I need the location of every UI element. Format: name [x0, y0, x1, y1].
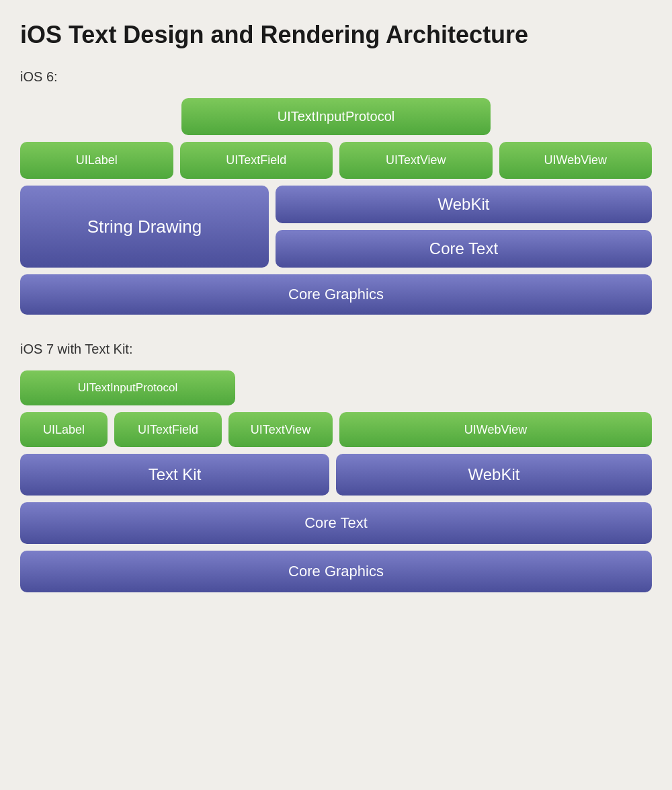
ios7-core-graphics-box: Core Graphics [20, 551, 652, 592]
ios7-label: iOS 7 with Text Kit: [20, 342, 652, 357]
ios6-section: iOS 6: UITextInputProtocol UILabel UITex… [20, 69, 652, 315]
ios7-row-uicontrols: UILabel UITextField UITextView UIWebView [20, 412, 652, 447]
ios7-text-kit-box: Text Kit [20, 454, 329, 496]
ios7-core-text-box: Core Text [20, 502, 652, 544]
ios6-uitextview-box: UITextView [339, 142, 493, 179]
ios7-uitextinputprotocol-box: UITextInputProtocol [20, 370, 235, 405]
ios7-row-uitextinputprotocol: UITextInputProtocol [20, 370, 652, 405]
ios6-uilabel-box: UILabel [20, 142, 173, 179]
page-title: iOS Text Design and Rendering Architectu… [20, 20, 652, 49]
ios6-uitextfield-box: UITextField [180, 142, 333, 179]
ios7-uiwebview-box: UIWebView [339, 412, 652, 447]
ios7-section: iOS 7 with Text Kit: UITextInputProtocol… [20, 342, 652, 592]
ios6-label: iOS 6: [20, 69, 652, 85]
ios6-right-col: WebKit Core Text [276, 186, 652, 268]
ios6-webkit-box: WebKit [276, 186, 652, 223]
ios6-core-graphics-box: Core Graphics [20, 274, 652, 315]
ios6-uiwebview-box: UIWebView [499, 142, 653, 179]
ios7-uitextfield-box: UITextField [114, 412, 222, 447]
ios6-row-middle: String Drawing WebKit Core Text [20, 186, 652, 268]
ios7-uilabel-box: UILabel [20, 412, 108, 447]
ios7-row-textkit-webkit: Text Kit WebKit [20, 454, 652, 496]
ios6-row-uicontrols: UILabel UITextField UITextView UIWebView [20, 142, 652, 179]
ios6-uitextinputprotocol-box: UITextInputProtocol [181, 98, 491, 135]
ios6-string-drawing-box: String Drawing [20, 186, 269, 268]
ios6-core-text-box: Core Text [276, 230, 652, 268]
ios7-uitextview-box: UITextView [228, 412, 333, 447]
ios6-row-uitextinputprotocol: UITextInputProtocol [20, 98, 652, 135]
ios7-webkit-box: WebKit [336, 454, 652, 496]
